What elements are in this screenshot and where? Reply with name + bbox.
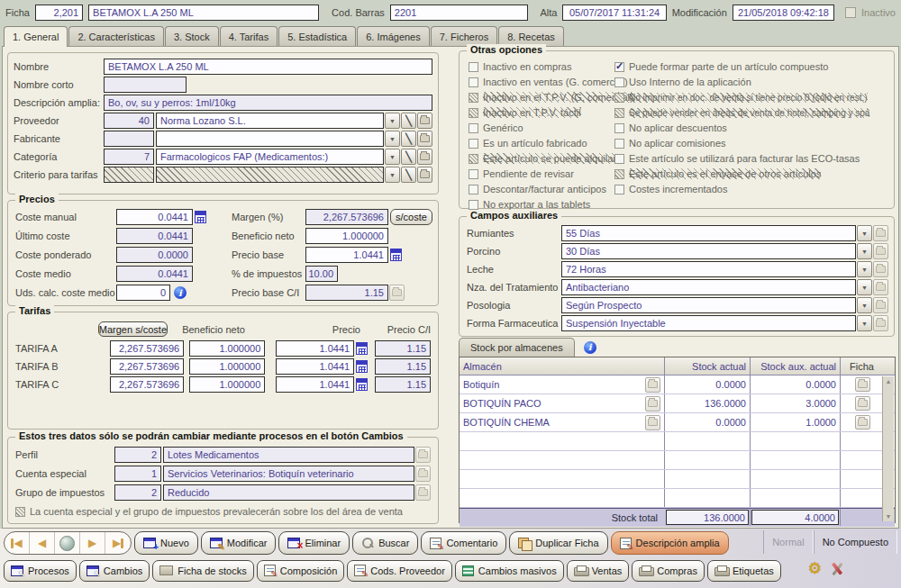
eliminar-button[interactable]: Eliminar [278,531,350,555]
rumiantes-dropdown-icon[interactable] [857,225,872,241]
inactivo-checkbox[interactable] [845,7,856,18]
browse-records-button[interactable] [55,531,80,555]
calculator-icon[interactable] [356,378,368,391]
categoria-folder-icon[interactable] [417,149,432,165]
tarifa-a-beneficio-field[interactable]: 1.000000 [189,340,265,357]
proveedor-name-field[interactable]: Norma Lozano S.L. [156,113,384,129]
compras-button[interactable]: Compras [632,560,705,582]
previous-record-button[interactable]: ◀ [30,531,55,555]
tab-imagenes[interactable]: 6. Imágenes [357,26,430,46]
info-icon[interactable] [174,286,187,299]
option-checkbox[interactable]: No aplicar comisiones [614,136,890,150]
coste-manual-field[interactable]: 0.0441 [116,209,193,225]
info-icon[interactable] [584,341,596,354]
option-checkbox[interactable]: No aplicar descuentos [614,121,890,135]
stock-almacenes-tab[interactable]: Stock por almacenes [459,338,575,357]
warehouse-folder-icon[interactable] [645,415,660,430]
tarifa-c-precio-field[interactable]: 1.0441 [276,376,354,393]
descripcion-amplia-field[interactable]: Bo, ov, su y perros: 1ml/10kg [104,95,432,111]
categoria-name-field[interactable]: Farmacologicos FAP (Medicamentos:) [156,149,384,165]
calculator-icon[interactable] [356,342,368,355]
cambios-button[interactable]: Cambios [79,560,150,582]
porcino-field[interactable]: 30 Días [561,243,856,259]
tarifa-c-margen-field[interactable]: 2,267.573696 [110,376,184,393]
ficha-name-field[interactable]: BETAMOX L.A 250 ML [88,5,319,21]
tab-recetas[interactable]: 8. Recetas [498,26,564,46]
scroll-down-icon[interactable]: ▼ [886,511,892,521]
fabricante-dropdown-icon[interactable] [385,131,400,147]
leche-field[interactable]: 72 Horas [561,261,856,277]
stock-row[interactable]: Botiquín 0.0000 0.0000 [460,375,895,394]
perfil-code-field[interactable]: 2 [114,447,161,463]
precio-base-field[interactable]: 1.0441 [305,247,388,263]
tab-tarifas[interactable]: 4. Tarifas [220,26,278,46]
nombre-corto-input[interactable] [104,77,187,93]
ficha-folder-icon[interactable] [855,377,870,392]
tab-general[interactable]: 1. General [4,26,68,47]
descripcion-amplia-button[interactable]: Descripción amplia [611,531,729,555]
cambios-masivos-button[interactable]: Cambios masivos [455,560,564,582]
next-record-button[interactable]: ▶ [80,531,105,555]
posologia-field[interactable]: Según Prospecto [561,297,856,313]
calculator-icon[interactable] [195,211,206,223]
ficha-folder-icon[interactable] [855,396,870,411]
categoria-dropdown-icon[interactable] [385,149,400,165]
stock-scrollbar[interactable]: ▲▼ [882,376,894,521]
etiquetas-button[interactable]: Etiquetas [707,560,781,582]
fabricante-edit-icon[interactable] [401,131,416,147]
leche-dropdown-icon[interactable] [857,261,872,277]
calculator-icon[interactable] [356,360,368,373]
tab-stock[interactable]: 3. Stock [165,26,219,46]
proveedor-folder-icon[interactable] [417,113,432,129]
option-checkbox[interactable]: Puede formar parte de un artículo compue… [614,59,890,74]
proveedor-dropdown-icon[interactable] [385,113,400,129]
cods-proveedor-button[interactable]: Cods. Proveedor [347,560,452,582]
cuenta-code-field[interactable]: 1 [114,466,161,482]
warehouse-folder-icon[interactable] [645,396,660,412]
duplicar-ficha-button[interactable]: Duplicar Ficha [509,531,607,555]
categoria-code-field[interactable]: 7 [104,149,154,165]
proveedor-edit-icon[interactable] [401,113,416,129]
ficha-stocks-button[interactable]: Ficha de stocks [152,560,253,582]
stock-row[interactable]: BOTIQUÍN PACO 136.0000 3.0000 [460,394,895,413]
comentario-button[interactable]: Comentario [421,531,506,555]
tarifa-b-margen-field[interactable]: 2,267.573696 [110,358,184,375]
fabricante-code-field[interactable] [104,131,154,147]
fabricante-folder-icon[interactable] [417,131,432,147]
impuestos-field[interactable]: 10.00 [305,266,338,282]
procesos-button[interactable]: Procesos [4,560,77,582]
composicion-button[interactable]: Composición [257,560,345,582]
tarifa-b-precio-field[interactable]: 1.0441 [276,358,354,375]
nuevo-button[interactable]: Nuevo [134,531,198,555]
option-checkbox[interactable]: Este artículo se utilizará para facturar… [614,151,890,166]
nza-tratamiento-field[interactable]: Antibacteriano [561,279,856,295]
buscar-button[interactable]: Buscar [352,531,418,555]
tab-estadistica[interactable]: 5. Estadística [278,26,356,46]
ficha-number-field[interactable]: 2,201 [35,5,83,21]
last-record-button[interactable]: ▶ [105,531,131,555]
grupo-code-field[interactable]: 2 [114,484,161,501]
nza-tratamiento-dropdown-icon[interactable] [857,279,872,295]
tarifa-b-beneficio-field[interactable]: 1.000000 [189,358,265,375]
nombre-input[interactable]: BETAMOX L.A 250 ML [104,59,432,75]
option-checkbox[interactable]: Costes incrementados [614,182,890,196]
forma-farmaceutica-dropdown-icon[interactable] [857,315,872,331]
tab-caracteristicas[interactable]: 2. Características [68,26,164,46]
margen-scoste-header-button[interactable]: Margen s/coste [98,321,168,337]
porcino-dropdown-icon[interactable] [857,243,872,259]
posologia-dropdown-icon[interactable] [857,297,872,313]
beneficio-neto-field[interactable]: 1.000000 [305,228,388,244]
tools-icon[interactable] [829,562,845,576]
scoste-button[interactable]: s/coste [390,209,432,225]
tarifa-c-beneficio-field[interactable]: 1.000000 [189,376,265,393]
stock-row[interactable]: BOTIQUÍN CHEMA 0.0000 1.0000 [460,413,895,432]
proveedor-code-field[interactable]: 40 [104,113,154,129]
forma-farmaceutica-field[interactable]: Suspensión Inyectable [561,315,856,331]
rumiantes-field[interactable]: 55 Días [561,225,856,241]
cod-barras-field[interactable]: 2201 [390,5,528,21]
fabricante-name-field[interactable] [156,131,384,147]
ventas-button[interactable]: Ventas [567,560,630,582]
warehouse-folder-icon[interactable] [645,377,660,393]
calculator-icon[interactable] [390,249,402,261]
ficha-folder-icon[interactable] [855,415,870,430]
